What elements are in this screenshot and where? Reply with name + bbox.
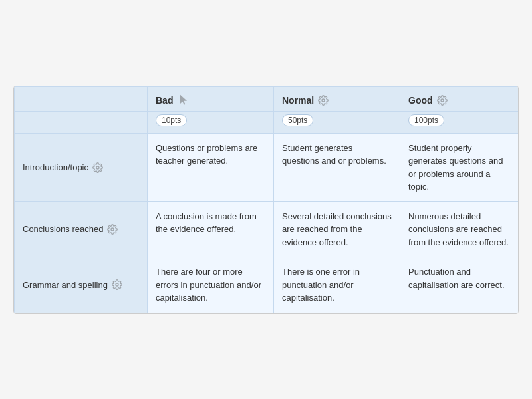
intro-good-cell: Student properly generates questions and… bbox=[400, 133, 519, 201]
table-row: Grammar and spelling There are four or m… bbox=[15, 257, 519, 313]
gear-icon-grammar[interactable] bbox=[112, 279, 122, 290]
conclusions-normal-cell: Several detailed conclusions are reached… bbox=[274, 201, 400, 257]
grammar-good-cell: Punctuation and capitalisation are corre… bbox=[400, 257, 519, 313]
rubric-table-wrapper: Bad Normal Good bbox=[13, 86, 519, 314]
grammar-normal-cell: There is one error in punctuation and/or… bbox=[274, 257, 400, 313]
rubric-table: Bad Normal Good bbox=[14, 86, 519, 313]
row-label-introduction: Introduction/topic bbox=[15, 133, 148, 201]
good-points-cell: 100pts bbox=[400, 111, 519, 133]
conclusions-bad-text: A conclusion is made from the evidence o… bbox=[156, 211, 257, 235]
gear-icon-conclusions[interactable] bbox=[107, 224, 118, 235]
grammar-bad-text: There are four or more errors in punctua… bbox=[156, 267, 261, 303]
conclusions-bad-cell: A conclusion is made from the evidence o… bbox=[148, 201, 274, 257]
conclusions-good-text: Numerous detailed conclusions are reache… bbox=[408, 211, 509, 247]
gear-icon-intro[interactable] bbox=[92, 162, 103, 173]
row-label-conclusions: Conclusions reached bbox=[15, 201, 148, 257]
header-bad-cell: Bad bbox=[148, 86, 274, 111]
conclusions-good-cell: Numerous detailed conclusions are reache… bbox=[400, 201, 519, 257]
header-good-cell: Good bbox=[400, 86, 519, 111]
points-empty-cell bbox=[15, 111, 148, 133]
bad-column-label: Bad bbox=[156, 95, 173, 106]
normal-column-label: Normal bbox=[282, 95, 314, 106]
grammar-good-text: Punctuation and capitalisation are corre… bbox=[408, 267, 505, 290]
table-row: Conclusions reached A conclusion is made… bbox=[15, 201, 519, 257]
good-points-badge: 100pts bbox=[408, 114, 444, 126]
grammar-bad-cell: There are four or more errors in punctua… bbox=[148, 257, 274, 313]
table-row: Introduction/topic Questions or problems… bbox=[15, 133, 519, 201]
introduction-label: Introduction/topic bbox=[23, 161, 88, 174]
row-label-grammar: Grammar and spelling bbox=[15, 257, 148, 313]
cursor-icon bbox=[177, 94, 190, 107]
header-empty-cell bbox=[15, 86, 148, 111]
good-column-label: Good bbox=[408, 95, 433, 106]
gear-icon-good[interactable] bbox=[437, 95, 448, 106]
intro-bad-cell: Questions or problems are teacher genera… bbox=[148, 133, 274, 201]
conclusions-label: Conclusions reached bbox=[23, 223, 103, 236]
intro-normal-cell: Student generates questions and or probl… bbox=[274, 133, 400, 201]
column-header-row: Bad Normal Good bbox=[15, 86, 519, 111]
intro-good-text: Student properly generates questions and… bbox=[408, 143, 503, 192]
normal-points-badge: 50pts bbox=[282, 114, 313, 126]
intro-normal-text: Student generates questions and or probl… bbox=[282, 143, 386, 166]
grammar-label: Grammar and spelling bbox=[23, 279, 108, 292]
normal-points-cell: 50pts bbox=[274, 111, 400, 133]
points-header-row: 10pts 50pts 100pts bbox=[15, 111, 519, 133]
bad-points-cell: 10pts bbox=[148, 111, 274, 133]
conclusions-normal-text: Several detailed conclusions are reached… bbox=[282, 211, 392, 247]
bad-points-badge: 10pts bbox=[156, 114, 187, 126]
intro-bad-text: Questions or problems are teacher genera… bbox=[156, 143, 257, 166]
gear-icon-normal[interactable] bbox=[318, 95, 329, 106]
header-normal-cell: Normal bbox=[274, 86, 400, 111]
grammar-normal-text: There is one error in punctuation and/or… bbox=[282, 267, 360, 303]
